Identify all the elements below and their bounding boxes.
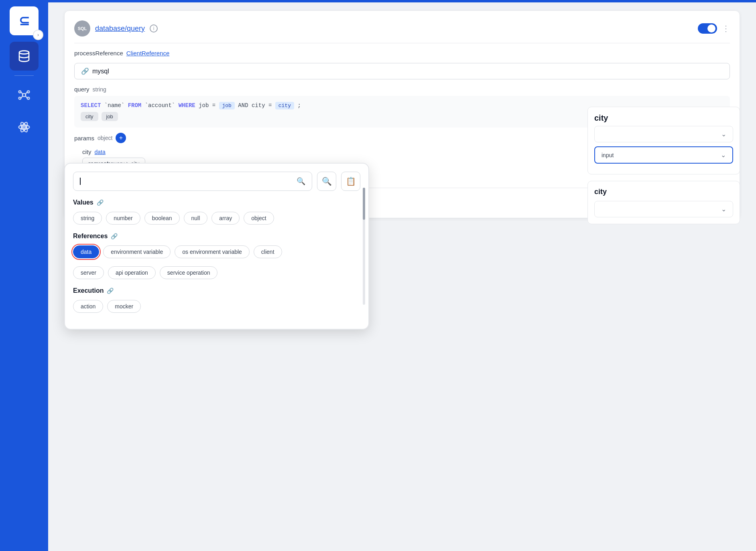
svg-line-8 bbox=[21, 95, 23, 98]
references-chips-row2: server api operation service operation bbox=[73, 266, 360, 279]
sidebar-item-network[interactable] bbox=[10, 81, 39, 109]
references-section-header: References 🔗 bbox=[73, 233, 360, 240]
svg-line-7 bbox=[25, 92, 27, 95]
chip-data[interactable]: data bbox=[73, 245, 99, 258]
city-dropdown-1-arrow: ⌄ bbox=[721, 130, 726, 138]
mysql-value: mysql bbox=[92, 68, 109, 75]
query-type: string bbox=[93, 86, 106, 93]
card-header: SQL database/query i ⋮ bbox=[74, 20, 730, 43]
param-city-type[interactable]: data bbox=[95, 149, 106, 155]
execution-title: Execution bbox=[73, 287, 104, 294]
city-right-card: city ⌄ bbox=[587, 181, 740, 224]
sidebar: ⊆ › bbox=[0, 0, 48, 551]
card-header-left: SQL database/query i bbox=[74, 20, 158, 36]
chip-api-operation[interactable]: api operation bbox=[108, 266, 156, 279]
scroll-thumb[interactable] bbox=[363, 188, 365, 220]
toggle-switch[interactable] bbox=[698, 23, 717, 34]
query-label: query bbox=[74, 86, 89, 93]
references-link-icon: 🔗 bbox=[111, 233, 118, 239]
param-city-name: city bbox=[82, 148, 91, 155]
tag-job[interactable]: job bbox=[102, 112, 118, 121]
expand-button[interactable]: › bbox=[33, 30, 43, 40]
values-section-header: Values 🔗 bbox=[73, 199, 360, 206]
chip-environment-variable[interactable]: environment variable bbox=[103, 245, 171, 258]
chip-boolean[interactable]: boolean bbox=[144, 212, 180, 225]
city-dropdown-1[interactable]: ⌄ bbox=[594, 126, 733, 142]
search-input[interactable] bbox=[84, 178, 293, 185]
process-ref-row: processReference ClientReference bbox=[74, 50, 730, 57]
chip-action[interactable]: action bbox=[73, 300, 103, 313]
chip-string[interactable]: string bbox=[73, 212, 102, 225]
city-side-panel: city ⌄ input ⌄ city ⌄ bbox=[587, 107, 740, 231]
params-label: params bbox=[74, 135, 94, 142]
city-dropdown-selected[interactable]: input ⌄ bbox=[594, 146, 733, 164]
info-icon[interactable]: i bbox=[150, 24, 158, 32]
city-dropdown-selected-text: input bbox=[602, 152, 614, 158]
code-backtick-account: `account` bbox=[145, 102, 179, 109]
chip-os-environment-variable[interactable]: os environment variable bbox=[175, 245, 250, 258]
mysql-pill[interactable]: 🔗 mysql bbox=[74, 63, 730, 79]
values-chips: string number boolean null array object bbox=[73, 212, 360, 225]
svg-point-10 bbox=[23, 126, 25, 128]
svg-point-2 bbox=[19, 91, 21, 93]
tag-city[interactable]: city bbox=[81, 112, 98, 121]
execution-link-icon: 🔗 bbox=[107, 288, 114, 294]
code-and: AND city = bbox=[238, 102, 275, 109]
references-title: References bbox=[73, 233, 108, 240]
values-link-icon: 🔗 bbox=[97, 199, 104, 206]
svg-point-5 bbox=[27, 97, 29, 99]
scroll-track bbox=[363, 188, 365, 305]
city-card-title: city bbox=[594, 113, 733, 123]
references-chips-row1: data environment variable os environment… bbox=[73, 245, 360, 258]
svg-point-4 bbox=[19, 97, 21, 99]
sidebar-logo: ⊆ › bbox=[10, 6, 39, 35]
svg-line-6 bbox=[21, 92, 23, 95]
svg-point-0 bbox=[19, 51, 29, 54]
card-title-link[interactable]: database/query bbox=[95, 24, 145, 33]
query-label-row: query string bbox=[74, 86, 730, 93]
sidebar-item-database[interactable] bbox=[10, 42, 39, 71]
search-button[interactable]: 🔍 bbox=[317, 172, 336, 191]
chip-array[interactable]: array bbox=[211, 212, 240, 225]
from-keyword: FROM bbox=[128, 102, 142, 109]
code-job-eq: job = bbox=[199, 102, 219, 109]
logo-icon: ⊆ bbox=[19, 13, 30, 28]
city-right-arrow: ⌄ bbox=[721, 205, 726, 213]
link-icon: 🔗 bbox=[81, 67, 89, 75]
process-ref-label: processReference bbox=[74, 50, 123, 57]
chip-client[interactable]: client bbox=[254, 245, 282, 258]
city-card: city ⌄ input ⌄ bbox=[587, 107, 740, 174]
chip-mocker[interactable]: mocker bbox=[107, 300, 141, 313]
svg-point-3 bbox=[27, 91, 29, 93]
where-keyword: WHERE bbox=[179, 102, 195, 109]
city-param[interactable]: city bbox=[275, 102, 294, 109]
chip-service-operation[interactable]: service operation bbox=[160, 266, 218, 279]
search-icon[interactable]: 🔍 bbox=[297, 177, 305, 186]
chip-null[interactable]: null bbox=[184, 212, 208, 225]
job-param[interactable]: job bbox=[219, 102, 235, 109]
values-title: Values bbox=[73, 199, 93, 206]
main-content: SQL database/query i ⋮ processReference … bbox=[48, 0, 756, 551]
process-ref-link[interactable]: ClientReference bbox=[126, 50, 170, 57]
sidebar-item-atom[interactable] bbox=[10, 113, 39, 142]
more-menu-icon[interactable]: ⋮ bbox=[722, 24, 730, 33]
search-row: 🔍 🔍 📋 bbox=[73, 172, 360, 191]
clipboard-button[interactable]: 📋 bbox=[341, 172, 360, 191]
chip-object[interactable]: object bbox=[244, 212, 274, 225]
execution-section-header: Execution 🔗 bbox=[73, 287, 360, 294]
sql-badge: SQL bbox=[74, 20, 90, 36]
card-header-right: ⋮ bbox=[698, 23, 730, 34]
select-keyword: SELECT bbox=[81, 102, 101, 109]
chip-server[interactable]: server bbox=[73, 266, 104, 279]
params-type: object bbox=[98, 135, 112, 141]
code-backtick-name: `name` bbox=[104, 102, 128, 109]
city-dropdown-selected-arrow: ⌄ bbox=[721, 151, 726, 159]
sidebar-divider-1 bbox=[14, 75, 34, 76]
city-right-input[interactable]: ⌄ bbox=[594, 201, 733, 217]
search-input-wrapper: 🔍 bbox=[73, 172, 312, 191]
card-area: SQL database/query i ⋮ processReference … bbox=[48, 2, 756, 551]
add-param-button[interactable]: + bbox=[116, 133, 126, 143]
chip-number[interactable]: number bbox=[106, 212, 140, 225]
svg-line-9 bbox=[25, 95, 27, 98]
code-semicolon: ; bbox=[297, 102, 301, 109]
